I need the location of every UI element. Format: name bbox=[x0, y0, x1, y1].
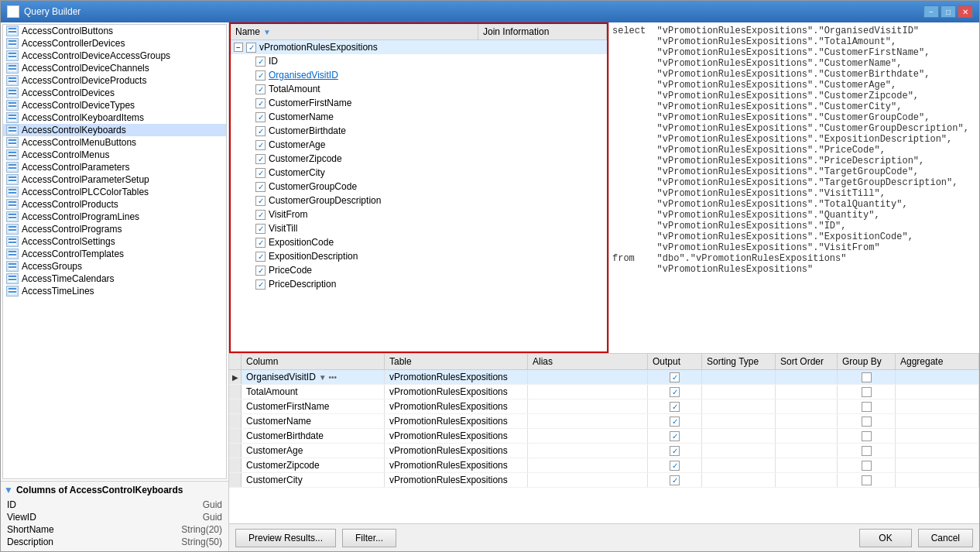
field-checkbox[interactable] bbox=[255, 266, 266, 276]
field-checkbox[interactable] bbox=[255, 279, 266, 290]
edit-menu-icon[interactable]: ▼ ••• bbox=[319, 373, 337, 382]
group-by-checkbox[interactable] bbox=[862, 402, 872, 412]
table-item[interactable]: AccessControlMenus bbox=[3, 149, 226, 161]
field-checkbox[interactable] bbox=[255, 210, 266, 220]
table-item[interactable]: AccessControlParameters bbox=[3, 161, 226, 173]
minimize-button[interactable]: − bbox=[923, 5, 939, 18]
grid-cell-output[interactable] bbox=[648, 414, 702, 428]
grid-cell-group-by[interactable] bbox=[838, 444, 896, 458]
table-item[interactable]: AccessControlProducts bbox=[3, 198, 226, 211]
table-item[interactable]: AccessControlMenuButtons bbox=[3, 136, 226, 149]
grid-row[interactable]: CustomerAge vPromotionRulesExpositions bbox=[229, 444, 979, 458]
grid-cell-group-by[interactable] bbox=[838, 399, 896, 413]
table-item[interactable]: AccessControlParameterSetup bbox=[3, 173, 226, 186]
grid-row[interactable]: CustomerName vPromotionRulesExpositions bbox=[229, 414, 979, 429]
field-checkbox[interactable] bbox=[255, 182, 266, 192]
output-checkbox[interactable] bbox=[670, 446, 680, 456]
group-by-checkbox[interactable] bbox=[862, 372, 872, 382]
ok-button[interactable]: OK bbox=[859, 529, 911, 547]
grid-cell-group-by[interactable] bbox=[838, 473, 896, 487]
field-checkbox[interactable] bbox=[255, 154, 266, 164]
table-item[interactable]: AccessControlDeviceAccessGroups bbox=[3, 50, 226, 62]
group-by-checkbox[interactable] bbox=[862, 387, 872, 397]
grid-body[interactable]: ▶ OrganisedVisitID ▼ ••• vPromotionRules… bbox=[229, 370, 979, 523]
field-checkbox[interactable] bbox=[255, 98, 266, 108]
output-checkbox[interactable] bbox=[670, 461, 680, 471]
output-checkbox[interactable] bbox=[670, 402, 680, 412]
table-item[interactable]: AccessControlDeviceChannels bbox=[3, 62, 226, 74]
table-item[interactable]: AccessControlDevices bbox=[3, 87, 226, 99]
grid-row[interactable]: CustomerBirthdate vPromotionRulesExposit… bbox=[229, 429, 979, 444]
field-checkbox[interactable] bbox=[255, 112, 266, 122]
field-label: PriceDescription bbox=[269, 279, 336, 290]
field-label[interactable]: OrganisedVisitID bbox=[269, 70, 338, 81]
grid-row[interactable]: CustomerCity vPromotionRulesExpositions bbox=[229, 473, 979, 488]
table-checkbox[interactable] bbox=[246, 43, 256, 53]
grid-cell-group-by[interactable] bbox=[838, 414, 896, 428]
group-by-checkbox[interactable] bbox=[862, 431, 872, 441]
maximize-button[interactable]: □ bbox=[941, 5, 956, 18]
grid-cell-table: vPromotionRulesExpositions bbox=[385, 458, 528, 472]
field-checkbox[interactable] bbox=[255, 168, 266, 178]
table-item-selected[interactable]: AccessControlKeyboards bbox=[3, 124, 226, 136]
group-by-checkbox[interactable] bbox=[862, 475, 872, 485]
grid-cell-output[interactable] bbox=[648, 399, 702, 413]
group-by-checkbox[interactable] bbox=[862, 461, 872, 471]
grid-cell-group-by[interactable] bbox=[838, 458, 896, 472]
close-button[interactable]: ✕ bbox=[958, 5, 973, 18]
group-by-checkbox[interactable] bbox=[862, 446, 872, 456]
table-name: AccessControlKeyboardItems bbox=[22, 112, 144, 123]
tree-expand-button[interactable]: − bbox=[234, 43, 243, 52]
sql-panel[interactable]: select "vPromotionRulesExpositions"."Org… bbox=[608, 22, 979, 353]
table-item[interactable]: AccessControlSettings bbox=[3, 235, 226, 248]
row-indicator bbox=[229, 414, 242, 428]
output-checkbox[interactable] bbox=[670, 431, 680, 441]
output-checkbox[interactable] bbox=[670, 417, 680, 427]
field-checkbox[interactable] bbox=[255, 252, 266, 262]
grid-row[interactable]: CustomerZipcode vPromotionRulesExpositio… bbox=[229, 458, 979, 473]
grid-cell-output[interactable] bbox=[648, 370, 702, 384]
column-header-group-by: Group By bbox=[838, 354, 896, 369]
table-item[interactable]: AccessControlKeyboardItems bbox=[3, 111, 226, 124]
table-item[interactable]: AccessTimeLines bbox=[3, 285, 226, 297]
field-checkbox[interactable] bbox=[255, 70, 266, 81]
grid-cell-output[interactable] bbox=[648, 458, 702, 472]
table-item[interactable]: AccessControlPrograms bbox=[3, 223, 226, 235]
table-item[interactable]: AccessControllerDevices bbox=[3, 37, 226, 50]
table-item[interactable]: AccessControlPLCColorTables bbox=[3, 186, 226, 198]
group-by-checkbox[interactable] bbox=[862, 417, 872, 427]
output-checkbox[interactable] bbox=[670, 372, 680, 382]
grid-cell-output[interactable] bbox=[648, 444, 702, 458]
grid-cell-group-by[interactable] bbox=[838, 429, 896, 443]
field-checkbox[interactable] bbox=[255, 140, 266, 150]
table-item[interactable]: AccessControlDeviceTypes bbox=[3, 99, 226, 111]
grid-row[interactable]: CustomerFirstName vPromotionRulesExposit… bbox=[229, 399, 979, 414]
output-checkbox[interactable] bbox=[670, 387, 680, 397]
query-tree[interactable]: − vPromotionRulesExpositions ID Organise… bbox=[231, 40, 607, 351]
grid-row[interactable]: TotalAmount vPromotionRulesExpositions bbox=[229, 385, 979, 399]
table-list[interactable]: AccessControlButtons AccessControllerDev… bbox=[2, 24, 227, 479]
table-item[interactable]: AccessGroups bbox=[3, 260, 226, 273]
table-item[interactable]: AccessControlTemplates bbox=[3, 248, 226, 260]
grid-cell-group-by[interactable] bbox=[838, 385, 896, 399]
grid-row[interactable]: ▶ OrganisedVisitID ▼ ••• vPromotionRules… bbox=[229, 370, 979, 385]
grid-cell-output[interactable] bbox=[648, 385, 702, 399]
preview-results-button[interactable]: Preview Results... bbox=[235, 529, 336, 547]
field-checkbox[interactable] bbox=[255, 224, 266, 234]
table-item[interactable]: AccessControlButtons bbox=[3, 25, 226, 37]
field-checkbox[interactable] bbox=[255, 84, 266, 94]
table-item[interactable]: AccessControlDeviceProducts bbox=[3, 74, 226, 87]
grid-cell-output[interactable] bbox=[648, 429, 702, 443]
grid-cell-output[interactable] bbox=[648, 473, 702, 487]
field-checkbox[interactable] bbox=[255, 126, 266, 136]
grid-cell-group-by[interactable] bbox=[838, 370, 896, 384]
table-item[interactable]: AccessControlProgramLines bbox=[3, 211, 226, 223]
field-checkbox[interactable] bbox=[255, 238, 266, 248]
field-checkbox[interactable] bbox=[255, 57, 266, 67]
field-checkbox[interactable] bbox=[255, 196, 266, 206]
column-header-table: Table bbox=[385, 354, 528, 369]
table-item[interactable]: AccessTimeCalendars bbox=[3, 273, 226, 285]
cancel-button[interactable]: Cancel bbox=[918, 529, 973, 547]
output-checkbox[interactable] bbox=[670, 475, 680, 485]
filter-button[interactable]: Filter... bbox=[342, 529, 396, 547]
